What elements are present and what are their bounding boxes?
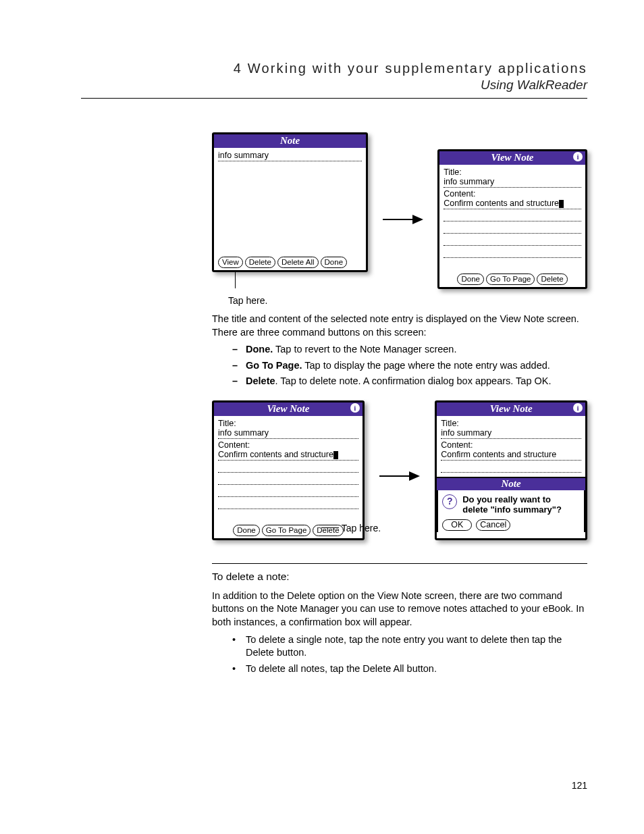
tap-here-caption: Tap here. — [342, 523, 381, 533]
note-entry[interactable]: info summary — [218, 151, 362, 161]
callout-line — [321, 527, 339, 528]
content-line[interactable] — [218, 486, 358, 497]
view-note-screen: View Note i Title: info summary Content:… — [212, 400, 365, 540]
title-label: Title: — [444, 167, 581, 177]
goto-page-button[interactable]: Go To Page — [262, 525, 311, 536]
text-cursor — [559, 200, 564, 208]
content-line[interactable] — [218, 462, 358, 473]
body-paragraph: In addition to the Delete option on the … — [212, 590, 587, 629]
note-manager-screen: Note info summary View Delete Delete All… — [212, 132, 368, 272]
delete-button[interactable]: Delete — [245, 257, 275, 268]
pda-title: Note — [214, 134, 366, 148]
title-label: Title: — [218, 419, 358, 428]
svg-marker-1 — [412, 215, 423, 224]
view-note-screen: View Note i Title: info summary Content:… — [437, 149, 587, 289]
section-title: Using WalkReader — [81, 78, 587, 93]
dialog-title: Note — [437, 478, 585, 490]
title-field[interactable]: info summary — [441, 428, 581, 439]
view-note-delete-screen: View Note i Title: info summary Content:… — [435, 400, 587, 540]
delete-button[interactable]: Delete — [313, 525, 343, 536]
tap-here-caption: Tap here. — [228, 295, 368, 306]
question-icon: ? — [442, 494, 457, 509]
list-item: To delete a single note, tap the note en… — [232, 633, 587, 660]
callout-line — [235, 272, 236, 288]
content-line[interactable] — [218, 474, 358, 485]
content-line[interactable] — [444, 211, 581, 221]
text-cursor — [333, 451, 338, 459]
pda-title: View Note i — [214, 402, 363, 416]
list-item: Done. Tap to revert to the Note Manager … — [232, 343, 587, 357]
section-rule — [212, 563, 587, 564]
list-item: To delete all notes, tap the Delete All … — [232, 662, 587, 676]
goto-page-button[interactable]: Go To Page — [486, 273, 535, 285]
content-line[interactable] — [444, 235, 581, 246]
done-button[interactable]: Done — [457, 273, 484, 285]
arrow-icon — [383, 213, 423, 226]
content-line[interactable] — [444, 223, 581, 234]
pda-title: View Note i — [437, 402, 585, 416]
arrow-icon — [379, 470, 420, 482]
ok-button[interactable]: OK — [442, 519, 472, 531]
cancel-button[interactable]: Cancel — [476, 519, 510, 531]
content-line[interactable]: Confirm contents and structure — [444, 199, 581, 209]
content-line[interactable]: Confirm contents and structure — [441, 450, 581, 461]
done-button[interactable]: Done — [321, 257, 348, 268]
info-icon[interactable]: i — [573, 152, 583, 161]
command-list: Done. Tap to revert to the Note Manager … — [212, 343, 587, 388]
list-item: Delete. Tap to delete note. A confirmati… — [232, 375, 587, 388]
content-label: Content: — [444, 189, 581, 199]
list-item: Go To Page. Tap to display the page wher… — [232, 359, 587, 373]
title-label: Title: — [441, 419, 581, 428]
confirm-dialog: Note ? Do you really want to delete "inf… — [437, 477, 585, 532]
pda-title: View Note i — [439, 151, 585, 165]
done-button[interactable]: Done — [233, 525, 260, 536]
content-label: Content: — [218, 440, 358, 450]
view-button[interactable]: View — [218, 257, 243, 268]
content-label: Content: — [441, 440, 581, 450]
delete-button[interactable]: Delete — [537, 273, 567, 285]
title-field[interactable]: info summary — [444, 177, 581, 188]
svg-marker-3 — [409, 471, 420, 481]
content-line[interactable] — [441, 462, 581, 473]
content-line[interactable]: Confirm contents and structure — [218, 450, 358, 461]
title-field[interactable]: info summary — [218, 428, 358, 439]
header-rule — [81, 98, 587, 99]
body-paragraph: The title and content of the selected no… — [212, 313, 587, 339]
delete-list: To delete a single note, tap the note en… — [212, 633, 587, 676]
info-icon[interactable]: i — [573, 403, 583, 413]
dialog-message: Do you really want to delete "info summa… — [462, 494, 562, 515]
subheading: To delete a note: — [212, 571, 587, 583]
content-line[interactable] — [218, 498, 358, 509]
page-number: 121 — [572, 780, 587, 791]
content-line[interactable] — [444, 247, 581, 258]
delete-all-button[interactable]: Delete All — [277, 257, 319, 268]
info-icon[interactable]: i — [350, 403, 360, 413]
chapter-title: 4 Working with your supplementary applic… — [81, 61, 587, 76]
